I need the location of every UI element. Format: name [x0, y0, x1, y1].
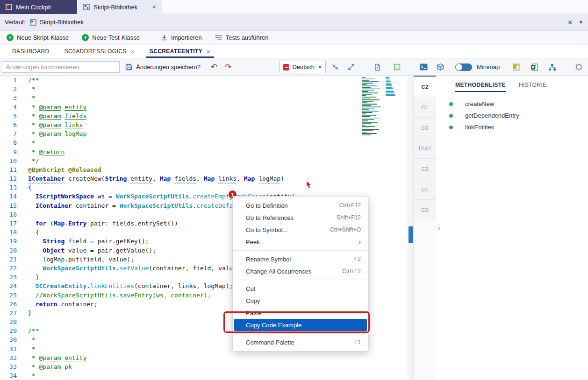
new-test-class-button[interactable]: + Neue Test-Klasse	[82, 34, 140, 41]
editor-tab-sc0addresslogics[interactable]: SC0ADDRESSLOGICS×	[57, 45, 142, 58]
save-changes-button[interactable]: Änderungen speichern?	[125, 58, 201, 76]
chevron-down-icon[interactable]: ▼	[579, 20, 583, 25]
menu-item-go-to-symbol[interactable]: Go to Symbol...Ctrl+Shift+O	[233, 224, 368, 236]
export-excel-button[interactable]	[529, 58, 539, 76]
minimap-line	[362, 109, 369, 110]
code-token	[28, 193, 36, 200]
close-tab-icon[interactable]: ×	[207, 48, 210, 55]
code-token: setValue	[120, 265, 149, 272]
code-token: container;	[57, 301, 98, 308]
code-token	[28, 247, 43, 254]
method-dot-icon	[449, 114, 453, 118]
close-tab-icon[interactable]: ×	[152, 4, 156, 10]
scrollbar-thumb[interactable]	[409, 226, 413, 243]
code-line: * @param entity	[22, 353, 408, 362]
minimap[interactable]	[362, 77, 407, 141]
package-button[interactable]	[435, 58, 446, 76]
rail-tab-test-3[interactable]: TEST	[414, 138, 436, 159]
terminal-icon	[420, 63, 428, 71]
collapse-regions-button[interactable]	[330, 58, 340, 76]
minimap-line	[386, 94, 395, 95]
minimap-line	[386, 91, 394, 92]
minimap-line	[362, 105, 371, 106]
minimap-toggle[interactable]	[455, 63, 472, 71]
panel-tab-methodenliste[interactable]: METHODENLISTE	[455, 82, 506, 92]
menu-item-shortcut: Ctrl+F2	[342, 268, 361, 274]
menu-item-copy[interactable]: Copy	[233, 295, 368, 307]
line-number: 14	[0, 192, 22, 201]
code-token: Entry	[68, 220, 86, 227]
code-token: pair: fields.entrySet())	[86, 220, 178, 227]
menu-item-paste[interactable]: Paste	[233, 307, 368, 319]
menu-item-label: Cut	[246, 285, 255, 292]
settings-sync-button[interactable]	[573, 58, 584, 76]
minimap-line	[362, 81, 379, 82]
expand-icon	[348, 63, 355, 70]
code-token: entity	[65, 104, 86, 111]
menu-item-rename-symbol[interactable]: Rename SymbolF2	[233, 253, 368, 265]
menu-item-copy-code-example[interactable]: Copy Code Example	[234, 319, 367, 331]
rail-tab-c2-0[interactable]: C2	[414, 76, 436, 97]
expand-regions-button[interactable]	[346, 58, 356, 76]
minimap-line	[362, 94, 372, 95]
language-value: Deutsch	[292, 63, 315, 70]
export-document-button[interactable]	[372, 58, 382, 76]
terminal-button[interactable]	[418, 58, 429, 76]
menu-item-label: Copy	[246, 297, 260, 304]
undo-button[interactable]: ↶	[208, 58, 220, 76]
menu-item-peek[interactable]: Peek›	[233, 236, 368, 248]
window-tab-label: Skript-Bibliothek	[93, 4, 137, 11]
method-item-linkentities[interactable]: linkEntities	[436, 121, 588, 133]
panel-tab-historie[interactable]: HISTORIE	[519, 82, 547, 92]
table-view-button[interactable]	[392, 58, 402, 76]
hierarchy-view-button[interactable]	[547, 58, 557, 76]
code-token: }	[28, 274, 39, 281]
export-colored-table-button[interactable]	[511, 58, 522, 76]
code-token: Map	[160, 175, 171, 182]
history-item[interactable]: Skript-Bibliothek	[30, 19, 84, 26]
close-icon[interactable]: ×	[568, 18, 572, 26]
import-button[interactable]: Importieren	[161, 34, 202, 41]
rail-tab-c0-2[interactable]: C0	[414, 118, 436, 138]
method-item-createnew[interactable]: createNew	[436, 98, 588, 110]
rail-tab-c1-5[interactable]: C1	[414, 179, 436, 200]
editor-tab-dashboard[interactable]: DASHBOARD	[5, 45, 57, 58]
code-token: {	[28, 229, 39, 236]
redo-button[interactable]: ↷	[222, 58, 234, 76]
code-token: @return	[39, 148, 65, 155]
code-token: @param	[39, 130, 61, 137]
rail-tab-c1-1[interactable]: C1	[414, 97, 436, 118]
window-tab-library[interactable]: Skript-Bibliothek ×	[78, 0, 162, 14]
menu-item-command-palette[interactable]: Command PaletteF1	[233, 336, 368, 348]
code-token: *	[28, 345, 36, 352]
menu-item-label: Paste	[246, 310, 261, 317]
line-number: 1	[0, 76, 22, 84]
menu-item-change-all-occurrences[interactable]: Change All OccurrencesCtrl+F2	[233, 265, 368, 277]
minimap-line	[362, 116, 370, 117]
new-script-class-button[interactable]: + Neue Skript-Klasse	[7, 34, 69, 41]
menu-separator	[233, 280, 368, 280]
run-tests-button[interactable]: Tests ausführen	[215, 34, 269, 41]
minimap-line	[362, 113, 366, 114]
comment-input[interactable]	[2, 61, 120, 73]
menu-item-cut[interactable]: Cut	[233, 282, 368, 295]
minimap-line	[362, 111, 379, 112]
code-token: @param	[39, 363, 61, 370]
rail-tab-c2-4[interactable]: C2	[414, 159, 436, 179]
rail-tab-c0-6[interactable]: C0	[414, 200, 436, 220]
close-tab-icon[interactable]: ×	[131, 48, 135, 55]
code-token: *	[28, 94, 36, 101]
code-token: fields	[174, 175, 196, 182]
code-token: *	[28, 139, 36, 146]
window-tab-cockpit[interactable]: Mein Cockpit	[0, 0, 77, 14]
menu-item-go-to-definition[interactable]: Go to DefinitionCtrl+F12	[233, 199, 368, 211]
menu-item-go-to-references[interactable]: Go to ReferencesShift+F12	[233, 211, 368, 224]
code-token: //WorkSpaceScriptUtils.saveEntry(ws, con…	[28, 292, 211, 299]
line-number: 7	[0, 129, 22, 138]
language-select[interactable]: Deutsch ▼	[280, 61, 326, 73]
editor-tab-sccreateentity[interactable]: SCCREATEENTITY×	[142, 45, 218, 58]
method-item-getdependendentry[interactable]: getDependendEntry	[436, 110, 588, 121]
menu-item-label: Go to References	[246, 214, 294, 221]
line-number: 33	[0, 362, 22, 371]
panel-collapse-chevron[interactable]: ›	[438, 224, 440, 232]
